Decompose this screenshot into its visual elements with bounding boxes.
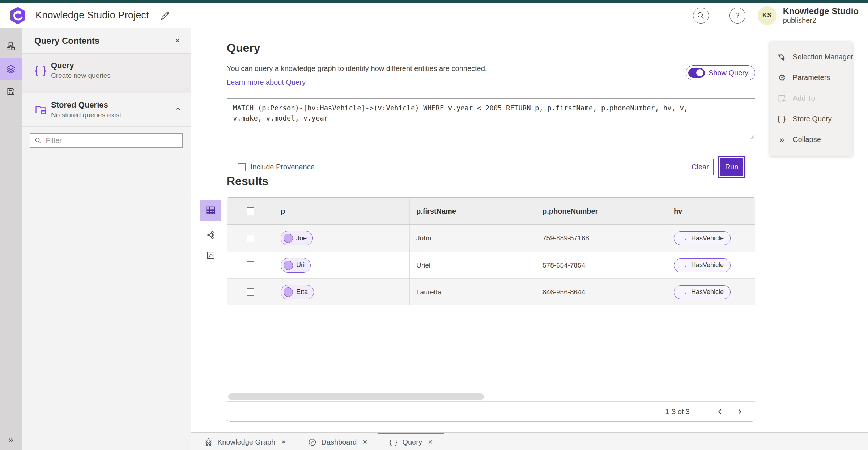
toggle-label: Show Query	[709, 69, 748, 77]
expand-rail-button[interactable]: »	[0, 435, 22, 445]
document-tabbar: Knowledge Graph ✕ Dashboard ✕ { } Query …	[191, 432, 868, 450]
knowledge-graph-icon	[204, 438, 213, 447]
relationship-pill[interactable]: → HasVehicle	[674, 258, 731, 272]
rail-item-save[interactable]	[0, 80, 22, 103]
panel-item-subtitle: No stored queries exist	[51, 111, 121, 119]
pagination-bar: 1-3 of 3	[227, 401, 755, 421]
results-title: Results	[227, 174, 269, 188]
help-icon: ?	[735, 11, 740, 20]
tab-close-icon[interactable]: ✕	[281, 438, 286, 446]
node-icon	[284, 234, 293, 243]
rail-item-data-model[interactable]	[0, 35, 22, 58]
rail-item-layers-active[interactable]	[0, 58, 22, 80]
chevron-left-icon	[717, 408, 723, 415]
layers-icon	[6, 64, 16, 74]
panel-item-stored-queries[interactable]: Stored Queries No stored queries exist	[22, 93, 191, 127]
panel-item-title: Query	[51, 61, 111, 70]
show-query-toggle[interactable]: Show Query	[686, 65, 755, 80]
tab-knowledge-graph[interactable]: Knowledge Graph ✕	[193, 433, 297, 450]
query-textarea[interactable]: MATCH (p:Person)-[hv:HasVehicle]->(v:Veh…	[227, 99, 755, 140]
query-tools-panel: Selection Manager ⚙ Parameters Add To { …	[770, 42, 852, 156]
table-header-row: p p.firstName p.phoneNumber hv	[227, 198, 755, 225]
node-icon	[284, 261, 293, 270]
column-header-p[interactable]: p	[274, 198, 410, 224]
double-chevron-right-icon: »	[779, 135, 784, 145]
collapse-panel-button[interactable]: » Collapse	[770, 129, 852, 150]
add-to-button-disabled: Add To	[770, 88, 852, 109]
run-button[interactable]: Run	[720, 158, 743, 176]
chevron-up-icon	[174, 105, 182, 113]
save-icon	[6, 87, 16, 96]
avatar[interactable]: KS	[758, 6, 776, 25]
filter-field[interactable]	[30, 133, 183, 148]
arrow-right-icon: →	[681, 234, 688, 242]
relationship-pill[interactable]: → HasVehicle	[674, 231, 731, 245]
knowledge-studio-logo-icon	[9, 7, 26, 25]
arrow-right-icon: →	[681, 261, 688, 269]
entity-node-pill[interactable]: Uri	[281, 258, 311, 273]
table-row[interactable]: Etta Lauretta 846-956-8644 → HasVehicle	[227, 278, 755, 305]
account-info[interactable]: Knowledge Studio publisher2	[783, 6, 859, 25]
search-icon	[697, 12, 705, 20]
learn-more-link[interactable]: Learn more about Query	[227, 78, 306, 87]
node-label: Joe	[296, 235, 307, 242]
chart-view-button[interactable]	[206, 251, 215, 261]
panel-item-query[interactable]: { } Query Create new queries	[22, 54, 191, 87]
cell-firstname: Lauretta	[410, 279, 536, 305]
header-actions: ? KS Knowledge Studio publisher2	[693, 6, 859, 25]
include-provenance-label: Include Provenance	[251, 163, 315, 171]
resize-handle-icon[interactable]	[749, 134, 754, 139]
toggle-track	[688, 68, 705, 78]
collapse-section-button[interactable]	[174, 105, 182, 114]
query-editor-container: MATCH (p:Person)-[hv:HasVehicle]->(v:Veh…	[227, 98, 755, 194]
include-provenance-checkbox[interactable]	[238, 163, 246, 171]
arrow-right-icon: →	[681, 288, 688, 296]
toggle-knob	[696, 69, 703, 76]
entity-node-pill[interactable]: Etta	[281, 285, 314, 299]
row-checkbox[interactable]	[247, 235, 254, 242]
row-checkbox[interactable]	[247, 261, 254, 269]
page-title: Query	[227, 41, 260, 55]
query-workspace: Query You can query a knowledge graph to…	[191, 28, 868, 432]
braces-icon: { }	[35, 64, 47, 76]
selection-manager-button[interactable]: Selection Manager	[770, 47, 852, 67]
entity-node-pill[interactable]: Joe	[281, 231, 313, 245]
filter-input[interactable]	[46, 136, 178, 145]
search-button[interactable]	[693, 8, 709, 24]
cell-phonenumber: 759-889-57168	[536, 225, 667, 252]
tab-close-icon[interactable]: ✕	[362, 438, 367, 446]
graph-view-button[interactable]	[206, 230, 215, 241]
relationship-pill[interactable]: → HasVehicle	[674, 285, 731, 299]
tab-query-active[interactable]: { } Query ✕	[378, 433, 444, 450]
hierarchy-icon	[6, 42, 16, 51]
table-view-button[interactable]	[200, 200, 221, 221]
page-description: You can query a knowledge graph to ident…	[227, 64, 487, 73]
horizontal-scrollbar-thumb[interactable]	[228, 393, 484, 400]
help-button[interactable]: ?	[729, 8, 745, 24]
store-query-button[interactable]: { } Store Query	[770, 109, 852, 129]
node-icon	[284, 287, 293, 297]
column-header-firstname[interactable]: p.firstName	[410, 198, 536, 224]
clear-button[interactable]: Clear	[687, 159, 714, 175]
column-header-hv[interactable]: hv	[667, 198, 755, 224]
select-all-checkbox[interactable]	[247, 207, 254, 215]
table-empty-area	[227, 305, 755, 392]
tab-dashboard[interactable]: Dashboard ✕	[297, 433, 378, 450]
table-row[interactable]: Joe John 759-889-57168 → HasVehicle	[227, 225, 755, 252]
next-page-button[interactable]	[732, 404, 747, 419]
panel-close-icon[interactable]: ✕	[175, 37, 180, 45]
relationship-label: HasVehicle	[691, 261, 724, 269]
panel-item-title: Stored Queries	[51, 100, 121, 110]
table-row[interactable]: Uri Uriel 578-654-7854 → HasVehicle	[227, 252, 755, 278]
dashboard-gauge-icon	[308, 438, 317, 447]
chevron-right-icon	[736, 408, 743, 415]
column-header-phonenumber[interactable]: p.phoneNumber	[536, 198, 667, 224]
tab-close-icon[interactable]: ✕	[428, 438, 433, 446]
tab-label: Knowledge Graph	[217, 438, 275, 446]
edit-title-icon[interactable]	[160, 10, 171, 21]
cell-firstname: Uriel	[410, 252, 536, 278]
parameters-button[interactable]: ⚙ Parameters	[770, 67, 852, 88]
row-checkbox[interactable]	[247, 288, 254, 296]
previous-page-button[interactable]	[713, 404, 727, 419]
panel-section-gap	[22, 87, 191, 93]
